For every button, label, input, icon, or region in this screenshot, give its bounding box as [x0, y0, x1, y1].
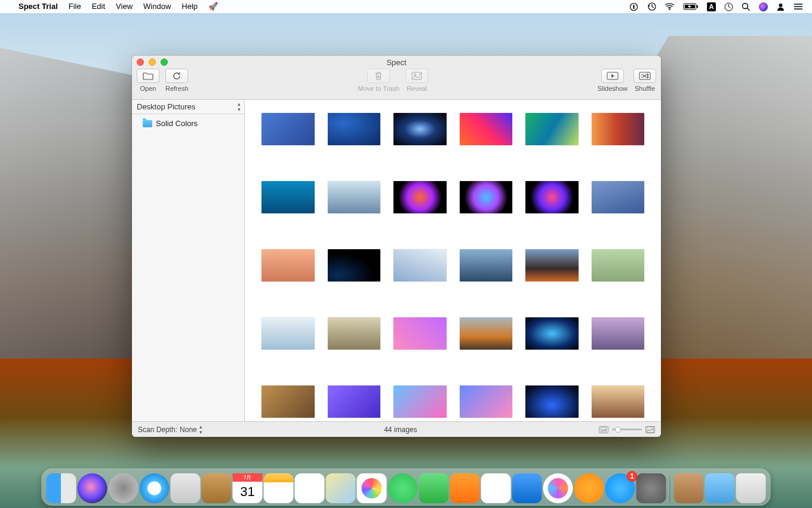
menu-help[interactable]: Help — [176, 0, 203, 13]
thumbnail[interactable] — [328, 317, 381, 350]
thumbnail[interactable] — [328, 181, 381, 213]
dock-contacts[interactable] — [202, 473, 232, 503]
dock-notes[interactable] — [264, 473, 294, 503]
dock-launchpad[interactable] — [109, 473, 139, 503]
user-icon[interactable] — [772, 0, 789, 13]
thumbnail[interactable] — [393, 317, 447, 350]
dock-calendar[interactable]: 7月31 — [233, 473, 263, 503]
zoom-slider[interactable] — [612, 429, 642, 430]
thumbnail[interactable] — [525, 385, 579, 418]
clock-icon[interactable] — [720, 0, 737, 13]
dock-facetime[interactable] — [419, 473, 449, 503]
thumbnail[interactable] — [525, 113, 579, 145]
thumbnail[interactable] — [525, 181, 579, 213]
siri-icon[interactable] — [755, 0, 772, 13]
thumbnail[interactable] — [262, 385, 315, 418]
thumbnail[interactable] — [460, 113, 513, 145]
thumbnail[interactable] — [262, 317, 315, 350]
rocket-icon[interactable]: 🚀 — [203, 0, 223, 13]
dock-maps[interactable] — [326, 473, 356, 503]
thumbnail[interactable] — [262, 181, 315, 213]
shuffle-button[interactable]: Shuffle — [633, 69, 656, 92]
battery-icon[interactable] — [679, 0, 703, 13]
svg-point-8 — [743, 3, 748, 8]
minimize-button[interactable] — [149, 59, 156, 66]
title-bar[interactable]: Spect — [132, 56, 661, 69]
thumbnail[interactable] — [393, 385, 447, 418]
dock-pages[interactable] — [450, 473, 480, 503]
svg-rect-14 — [601, 427, 607, 432]
dock-safari[interactable] — [140, 473, 170, 503]
thumbnail[interactable] — [460, 385, 513, 418]
app-window: Spect Open Refresh Move to Trash Reveal … — [132, 56, 661, 437]
spotlight-icon[interactable] — [737, 0, 755, 13]
chevron-updown-icon: ▴▾ — [199, 424, 202, 435]
thumbnail-grid[interactable] — [245, 100, 661, 421]
thumbnail[interactable] — [592, 317, 645, 350]
menu-window[interactable]: Window — [138, 0, 176, 13]
dock-mail[interactable] — [171, 473, 201, 503]
dock-preferences[interactable] — [636, 473, 666, 503]
svg-point-11 — [414, 74, 416, 76]
dock-finder[interactable] — [47, 473, 76, 503]
reveal-button[interactable]: Reveal — [405, 69, 428, 92]
thumbnail[interactable] — [393, 249, 447, 281]
svg-rect-5 — [697, 5, 698, 8]
thumbnail[interactable] — [460, 249, 513, 281]
thumbnail[interactable] — [592, 181, 645, 213]
move-to-trash-button[interactable]: Move to Trash — [358, 69, 399, 92]
svg-point-9 — [779, 4, 783, 7]
thumbnail[interactable] — [592, 385, 645, 418]
image-count: 44 images — [207, 426, 594, 434]
slideshow-button[interactable]: Slideshow — [598, 69, 628, 92]
thumbnail[interactable] — [262, 113, 315, 145]
zoom-large-icon[interactable] — [645, 426, 655, 433]
thumbnail[interactable] — [525, 317, 579, 350]
toolbar: Open Refresh Move to Trash Reveal Slides… — [132, 69, 661, 100]
thumbnail[interactable] — [592, 113, 645, 145]
timemachine-icon[interactable] — [642, 0, 660, 13]
dock-siri[interactable] — [78, 473, 107, 503]
dock-numbers[interactable] — [481, 473, 511, 503]
notification-center-icon[interactable] — [789, 0, 807, 13]
menu-edit[interactable]: Edit — [87, 0, 110, 13]
window-title: Spect — [386, 58, 406, 67]
dock-messages[interactable] — [388, 473, 418, 503]
refresh-button[interactable]: Refresh — [165, 69, 189, 92]
thumbnail[interactable] — [328, 113, 381, 145]
svg-point-3 — [669, 8, 670, 10]
dock-itunes[interactable] — [543, 473, 573, 503]
sidebar-item-solid-colors[interactable]: Solid Colors — [132, 118, 244, 129]
thumbnail[interactable] — [393, 181, 447, 213]
open-button[interactable]: Open — [137, 69, 159, 92]
folder-icon — [143, 120, 152, 127]
thumbnail[interactable] — [262, 249, 315, 281]
source-selector[interactable]: Desktop Pictures ▴▾ — [132, 100, 244, 114]
thumbnail[interactable] — [393, 113, 447, 145]
thumbnail[interactable] — [328, 249, 381, 281]
svg-rect-1 — [633, 5, 635, 9]
thumbnail[interactable] — [328, 385, 381, 418]
wifi-icon[interactable] — [660, 0, 679, 13]
thumbnail[interactable] — [460, 317, 513, 350]
dock-trash[interactable] — [736, 473, 766, 503]
dock-recent-app[interactable] — [674, 473, 704, 503]
zoom-small-icon[interactable] — [599, 426, 608, 433]
close-button[interactable] — [137, 59, 144, 66]
app-menu[interactable]: Spect Trial — [13, 0, 63, 13]
thumbnail[interactable] — [525, 249, 579, 281]
status-icon[interactable] — [625, 0, 642, 13]
dock-keynote[interactable] — [512, 473, 542, 503]
menu-file[interactable]: File — [63, 0, 87, 13]
dock-photos[interactable] — [357, 473, 387, 503]
scan-depth-selector[interactable]: Scan Depth: None ▴▾ — [138, 424, 202, 435]
input-source-icon[interactable]: A — [703, 0, 720, 13]
zoom-button[interactable] — [161, 59, 168, 66]
menu-view[interactable]: View — [110, 0, 138, 13]
dock-reminders[interactable] — [295, 473, 325, 503]
dock-downloads[interactable] — [705, 473, 735, 503]
dock-ibooks[interactable] — [574, 473, 604, 503]
thumbnail[interactable] — [460, 181, 513, 213]
dock-appstore[interactable]: 1 — [605, 473, 635, 503]
thumbnail[interactable] — [592, 249, 645, 281]
